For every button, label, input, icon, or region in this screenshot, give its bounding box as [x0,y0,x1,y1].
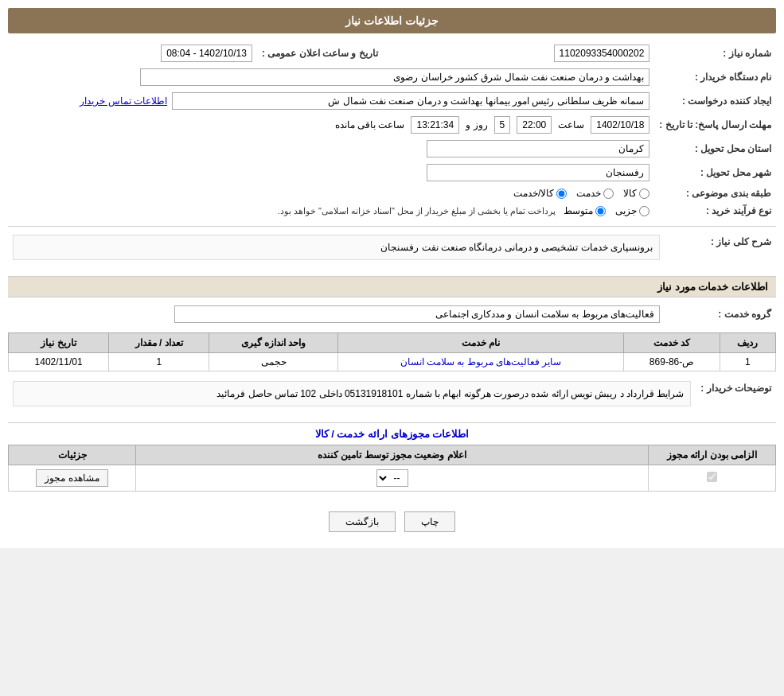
process-radio-motavaset[interactable] [595,206,606,216]
cell-unit: حجمی [209,353,338,371]
category-radio-kala-khedmat[interactable] [556,189,567,199]
col-header-date: تاریخ نیاز [9,333,109,353]
deadline-days-box: 5 [494,116,511,134]
category-radio-group: کالا خدمت کالا/خدمت [13,188,649,199]
city-label: شهر محل تحویل : [654,161,776,185]
category-option-3[interactable]: کالا/خدمت [513,188,567,199]
buyer-org-label: نام دستگاه خریدار : [654,65,776,89]
process-option-jozii[interactable]: جزیی [615,205,649,216]
page-title: جزئیات اطلاعات نیاز [8,8,776,33]
services-section-title: اطلاعات خدمات مورد نیاز [8,276,776,297]
permissions-row: -- مشاهده مجوز [9,465,776,492]
time-label: ساعت [558,119,584,130]
divider-1 [8,226,776,227]
bottom-buttons: چاپ بازگشت [8,504,776,540]
permissions-title: اطلاعات مجوزهای ارائه خدمت / کالا [8,428,776,440]
need-number-label: شماره نیاز : [654,41,776,65]
need-desc-value: برونسپاری خدمات تشخیصی و درمانی درمانگاه… [380,242,653,253]
cell-name: سایر فعالیت‌های مربوط به سلامت انسان [337,353,624,371]
cell-qty: 1 [109,353,209,371]
category-label: طبقه بندی موضوعی : [654,185,776,202]
deadline-remaining-box: 13:21:34 [411,116,459,134]
process-jozii-label: جزیی [615,205,637,216]
category-radio-khedmat[interactable] [603,189,614,199]
info-table: شماره نیاز : 1102093354000202 تاریخ و سا… [8,41,776,220]
buyer-org-value: بهداشت و درمان صنعت نفت شمال شرق کشور خر… [140,68,649,86]
category-option-2[interactable]: خدمت [576,188,614,199]
cell-date: 1402/11/01 [9,353,109,371]
category-kala-khedmat-label: کالا/خدمت [513,188,554,199]
service-group-label: گروه خدمت : [665,302,776,326]
category-khedmat-label: خدمت [576,188,601,199]
perm-status-select[interactable]: -- [376,469,408,487]
buyer-notes-container: شرایط قرارداد د ریبش نویس ارائه شده درصو… [13,381,691,406]
creator-label: ایجاد کننده درخواست : [654,89,776,113]
service-group-table: گروه خدمت : فعالیت‌های مربوط به سلامت ان… [8,302,776,326]
back-button[interactable]: بازگشت [329,511,396,532]
process-option-motavaset[interactable]: متوسط [564,205,606,216]
process-note: پرداخت تمام یا بخشی از مبلغ خریدار از مح… [278,206,556,216]
perm-status-cell: -- [136,465,649,492]
province-value: کرمان [427,140,649,157]
announce-date-value: 1402/10/13 - 08:04 [8,41,257,65]
perm-col-status: اعلام وضعیت مجوز توسط تامین کننده [136,445,649,465]
cell-rownum: 1 [720,353,775,371]
col-header-code: کد خدمت [624,333,720,353]
print-button[interactable]: چاپ [404,511,455,532]
page-wrapper: جزئیات اطلاعات نیاز شماره نیاز : 1102093… [0,0,784,548]
category-option-1[interactable]: کالا [623,188,649,199]
perm-required-cell [649,465,776,492]
view-permit-button[interactable]: مشاهده مجوز [36,469,107,487]
need-number-box: 1102093354000202 [554,45,650,62]
deadline-time-box: 22:00 [517,116,552,134]
col-header-qty: تعداد / مقدار [109,333,209,353]
buyer-notes-table: توضیحات خریدار : شرایط قرارداد د ریبش نو… [8,378,776,416]
deadline-label: مهلت ارسال پاسخ: تا تاریخ : [654,113,776,137]
need-desc-container: برونسپاری خدمات تشخیصی و درمانی درمانگاه… [13,235,660,260]
need-desc-label: شرح کلی نیاز : [665,231,776,270]
col-header-name: نام خدمت [337,333,624,353]
deadline-date-box: 1402/10/18 [591,116,649,134]
col-header-rownum: ردیف [720,333,775,353]
cell-code: ص-86-869 [624,353,720,371]
services-table: ردیف کد خدمت نام خدمت واحد اندازه گیری ت… [8,332,776,371]
perm-required-checkbox [707,472,717,482]
divider-2 [8,422,776,423]
perm-col-details: جزئیات [9,445,136,465]
permissions-table: الزامی بودن ارائه مجوز اعلام وضعیت مجوز … [8,445,776,492]
col-header-unit: واحد اندازه گیری [209,333,338,353]
process-label: نوع فرآیند خرید : [654,202,776,220]
announce-date-box: 1402/10/13 - 08:04 [161,45,252,62]
need-number-value: 1102093354000202 [394,41,655,65]
service-group-value: فعالیت‌های مربوط به سلامت انسان و مددکار… [174,305,660,323]
creator-value: سمانه ظریف سلطانی رئیس امور بیمانها بهدا… [172,92,649,110]
buyer-notes-value: شرایط قرارداد د ریبش نویس ارائه شده درصو… [216,388,684,399]
buyer-notes-label: توضیحات خریدار : [696,378,776,416]
process-motavaset-label: متوسط [564,205,593,216]
need-desc-table: شرح کلی نیاز : برونسپاری خدمات تشخیصی و … [8,231,776,270]
category-radio-kala[interactable] [639,189,649,199]
category-kala-label: کالا [623,188,637,199]
process-radio-jozii[interactable] [639,206,649,216]
remaining-label: ساعت باقی مانده [335,119,405,130]
city-value: رفسنجان [427,164,649,181]
perm-col-required: الزامی بودن ارائه مجوز [649,445,776,465]
perm-details-cell: مشاهده مجوز [9,465,136,492]
contact-link[interactable]: اطلاعات تماس خریدار [80,95,167,107]
province-label: استان محل تحویل : [654,137,776,161]
days-label: روز و [466,119,487,130]
table-row: 1 ص-86-869 سایر فعالیت‌های مربوط به سلام… [9,353,776,371]
process-radio-group: جزیی متوسط [564,205,649,216]
announce-date-label: تاریخ و ساعت اعلان عمومی : [257,41,394,65]
